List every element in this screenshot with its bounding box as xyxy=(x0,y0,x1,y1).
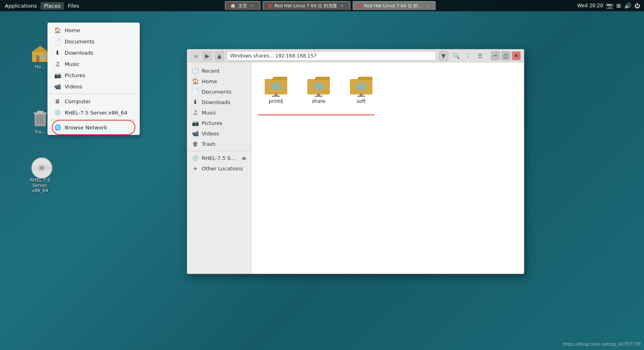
panel-right: Wed 20:20 📷 ⊞ 🔊 ⏻ xyxy=(577,2,644,9)
forward-arrow-icon: ▶ xyxy=(205,53,210,59)
network-folder-prints-icon xyxy=(263,71,289,97)
panel-tab-2[interactable]: ● Red Hat Linux 7 64 位 的克隆 ✕ xyxy=(263,1,350,10)
network-icon[interactable]: ⊞ xyxy=(616,2,621,9)
menu-item-browse-network[interactable]: 🌐 Browse Network xyxy=(48,122,139,133)
volume-icon[interactable]: 🔊 xyxy=(624,2,631,9)
menu-item-downloads[interactable]: ⬇ Downloads xyxy=(48,47,139,58)
files-menu-btn[interactable]: Files xyxy=(65,2,83,10)
places-menu-btn[interactable]: Places xyxy=(41,2,63,10)
sidebar-item-recent[interactable]: 🕐 Recent xyxy=(187,65,251,76)
menu-separator-1 xyxy=(48,94,139,94)
file-item-prints[interactable]: print$ xyxy=(258,69,294,106)
sidebar-rhel-label: RHEL-7.5 S... xyxy=(202,155,235,161)
search-icon: 🔍 xyxy=(453,53,460,59)
fm-forward-btn[interactable]: ▶ xyxy=(202,51,212,61)
fm-location-down-btn[interactable]: ▼ xyxy=(439,51,448,61)
menu-item-computer[interactable]: 🖥 Computer xyxy=(48,96,139,107)
rhel-menu-icon: 💿 xyxy=(54,109,61,116)
home-sidebar-icon: 🏠 xyxy=(192,78,198,84)
svg-rect-16 xyxy=(272,96,280,97)
applications-menu-btn[interactable]: Applications xyxy=(2,2,40,10)
desktop-icon-rhel[interactable]: RHEL-7.5 Server.x86_64 xyxy=(24,157,56,193)
file-manager-window: ◀ ▶ ▲ Windows shares... 192.168.168.157 … xyxy=(187,49,524,274)
sidebar-item-other-locations[interactable]: + Other Locations xyxy=(187,163,251,174)
svg-rect-3 xyxy=(41,55,45,59)
datetime-display: Wed 20:20 xyxy=(577,3,603,8)
tab3-close[interactable]: ✕ xyxy=(425,3,430,9)
svg-rect-20 xyxy=(315,96,323,97)
trash-sidebar-icon: 🗑 xyxy=(192,141,198,147)
rhel-sidebar-icon: 💿 xyxy=(192,155,198,161)
sidebar-pictures-label: Pictures xyxy=(202,120,222,126)
fm-minimize-btn[interactable]: ─ xyxy=(491,51,500,60)
menu-item-rhel-label: RHEL-7.5 Server.x86_64 xyxy=(65,110,127,116)
menu-item-pictures[interactable]: 📷 Pictures xyxy=(48,70,139,81)
network-folder-share-icon xyxy=(306,71,331,97)
browse-network-menu-icon: 🌐 xyxy=(54,124,61,131)
sidebar-separator xyxy=(187,151,251,151)
svg-rect-17 xyxy=(271,83,281,90)
menu-item-home-label: Home xyxy=(65,27,80,33)
fm-titlebar: ◀ ▶ ▲ Windows shares... 192.168.168.157 … xyxy=(187,49,524,62)
sidebar-item-documents[interactable]: 📄 Documents xyxy=(187,86,251,97)
svg-rect-6 xyxy=(37,111,43,113)
sidebar-downloads-label: Downloads xyxy=(202,99,230,105)
panel-center: 🏠 主页 ✕ ● Red Hat Linux 7 64 位 的克隆 ✕ ● Re… xyxy=(82,1,577,10)
sidebar-trash-label: Trash xyxy=(202,141,215,147)
tab2-close[interactable]: ✕ xyxy=(339,3,345,9)
recent-icon: 🕐 xyxy=(192,68,198,74)
menu-item-music[interactable]: ♫ Music xyxy=(48,58,139,70)
sidebar-item-rhel[interactable]: 💿 RHEL-7.5 S... ⏏ xyxy=(187,153,251,163)
fm-location-bar[interactable]: Windows shares... 192.168.168.157 xyxy=(227,51,436,61)
menu-icon: ☰ xyxy=(478,53,483,59)
documents-menu-icon: 📄 xyxy=(54,38,61,45)
home-menu-icon: 🏠 xyxy=(54,27,61,33)
sidebar-home-label: Home xyxy=(202,78,217,84)
file-item-soft[interactable]: soft xyxy=(343,69,379,106)
fm-menu-btn[interactable]: ☰ xyxy=(475,51,485,61)
downloads-sidebar-icon: ⬇ xyxy=(192,99,198,105)
tab1-label: 主页 xyxy=(238,3,247,9)
sidebar-item-pictures[interactable]: 📷 Pictures xyxy=(187,118,251,128)
fm-view-options-btn[interactable]: ⋮ xyxy=(463,51,473,61)
fm-search-btn[interactable]: 🔍 xyxy=(451,51,461,61)
power-icon[interactable]: ⏻ xyxy=(634,2,640,9)
menu-item-downloads-label: Downloads xyxy=(65,50,93,56)
svg-marker-1 xyxy=(31,46,49,52)
menu-item-documents[interactable]: 📄 Documents xyxy=(48,36,139,47)
fm-maximize-btn[interactable]: □ xyxy=(501,51,510,60)
chevron-down-icon: ▼ xyxy=(442,53,446,59)
panel-tab-1[interactable]: 🏠 主页 ✕ xyxy=(225,1,260,10)
fm-back-btn[interactable]: ◀ xyxy=(190,51,200,61)
music-sidebar-icon: ♫ xyxy=(192,109,198,116)
fm-up-btn[interactable]: ▲ xyxy=(215,51,224,61)
computer-menu-icon: 🖥 xyxy=(54,98,61,104)
back-arrow-icon: ◀ xyxy=(193,53,198,59)
sidebar-item-videos[interactable]: 📹 Videos xyxy=(187,128,251,139)
menu-item-computer-label: Computer xyxy=(65,98,91,104)
rhel-icon-label: RHEL-7.5 Server.x86_64 xyxy=(24,178,56,193)
sidebar-item-home[interactable]: 🏠 Home xyxy=(187,76,251,86)
fm-close-btn[interactable]: ✕ xyxy=(512,51,521,60)
watermark: https://blog.csdn.net/qq_42707739 xyxy=(563,342,641,347)
camera-icon[interactable]: 📷 xyxy=(606,2,613,9)
eject-icon[interactable]: ⏏ xyxy=(242,155,246,161)
tab1-close[interactable]: ✕ xyxy=(249,3,255,9)
panel-tab-3[interactable]: ● Red Hat Linux 7 64 位 的... ✕ xyxy=(353,1,435,10)
menu-separator-2 xyxy=(48,120,139,120)
svg-rect-0 xyxy=(32,51,48,62)
menu-item-home[interactable]: 🏠 Home xyxy=(48,25,139,36)
menu-item-rhel[interactable]: 💿 RHEL-7.5 Server.x86_64 xyxy=(48,107,139,118)
file-item-share[interactable]: share xyxy=(301,69,337,106)
tab2-label: Red Hat Linux 7 64 位 的克隆 xyxy=(274,3,337,9)
menu-item-videos[interactable]: 📹 Videos xyxy=(48,81,139,92)
sidebar-item-music[interactable]: ♫ Music xyxy=(187,107,251,118)
menu-item-videos-label: Videos xyxy=(65,84,82,90)
sidebar-videos-label: Videos xyxy=(202,131,219,137)
videos-sidebar-icon: 📹 xyxy=(192,130,198,137)
sidebar-item-trash[interactable]: 🗑 Trash xyxy=(187,139,251,149)
svg-rect-2 xyxy=(36,55,39,62)
sidebar-item-downloads[interactable]: ⬇ Downloads xyxy=(187,97,251,107)
documents-sidebar-icon: 📄 xyxy=(192,88,198,95)
prints-label: print$ xyxy=(269,98,283,104)
